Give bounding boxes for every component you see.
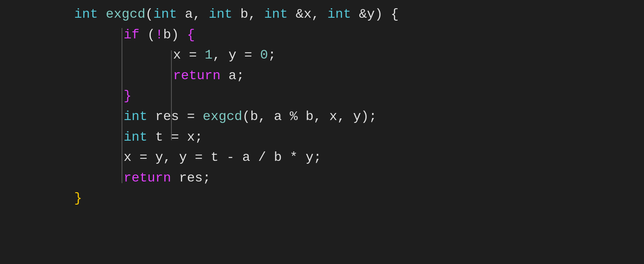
token-semi1: ; (268, 45, 276, 66)
token-brace-if-close: } (124, 86, 131, 106)
code-line-10: } (74, 188, 644, 209)
token-return2: return (124, 168, 171, 189)
code-line-5: } (74, 86, 644, 106)
token-0: 0 (260, 45, 268, 66)
token-call-params: (b, a % b, x, y); (242, 106, 377, 127)
code-line-3: x = 1 , y = 0 ; (74, 45, 644, 66)
token-int-res: int (124, 106, 148, 127)
token-eq3: = (139, 147, 155, 168)
token-b2: b) (163, 25, 187, 45)
token-if: if (124, 25, 139, 45)
token-space-1 (98, 4, 106, 25)
token-a: a, (177, 4, 209, 25)
token-int-3: int (208, 4, 232, 25)
token-space-res: res = (148, 106, 203, 127)
vline-if (171, 50, 172, 140)
code-line-8: x = y, y = t - a / b * y; (74, 147, 644, 168)
token-int-5: int (328, 4, 351, 25)
token-eq2: = (244, 45, 260, 66)
token-y-expr: y, y = t - a / b * y; (155, 147, 321, 168)
token-res-semi: res; (171, 168, 211, 189)
token-exgcd-1: exgcd (106, 4, 145, 25)
code-block: int exgcd ( int a, int b, int &x, int &y… (74, 4, 644, 209)
token-brace-if-open: { (187, 25, 195, 45)
vline-outer (122, 28, 122, 183)
code-line-6: int res = exgcd (b, a % b, x, y); (74, 106, 644, 127)
token-refy: &y) (351, 4, 391, 25)
token-not: ! (155, 25, 163, 45)
token-paren-open: ( (145, 4, 153, 25)
token-int-4: int (264, 4, 288, 25)
token-brace-outer-close: } (74, 188, 82, 209)
token-int-1: int (74, 4, 98, 25)
token-int-t: int (124, 127, 148, 148)
code-line-4: return a; (74, 66, 644, 86)
code-line-1: int exgcd ( int a, int b, int &x, int &y… (74, 4, 644, 25)
code-line-7: int t = x; (74, 127, 644, 148)
token-brace-open-1: { (391, 4, 398, 25)
token-exgcd-2: exgcd (203, 106, 242, 127)
token-x2: x (124, 147, 139, 168)
token-return1: return (173, 66, 220, 86)
token-eq1: = (189, 45, 204, 66)
token-space-2: ( (139, 25, 155, 45)
code-line-2: if ( ! b) { (74, 25, 644, 45)
token-space-ret1: a; (220, 66, 244, 86)
token-x1: x (173, 45, 189, 66)
token-refx: &x, (288, 4, 327, 25)
code-editor: int exgcd ( int a, int b, int &x, int &y… (0, 0, 644, 264)
token-1: 1 (205, 45, 213, 66)
token-b: b, (232, 4, 264, 25)
code-line-9: return res; (74, 168, 644, 189)
token-t-assign: t = x; (148, 127, 203, 148)
token-comma1: , y (213, 45, 244, 66)
token-int-2: int (153, 4, 177, 25)
